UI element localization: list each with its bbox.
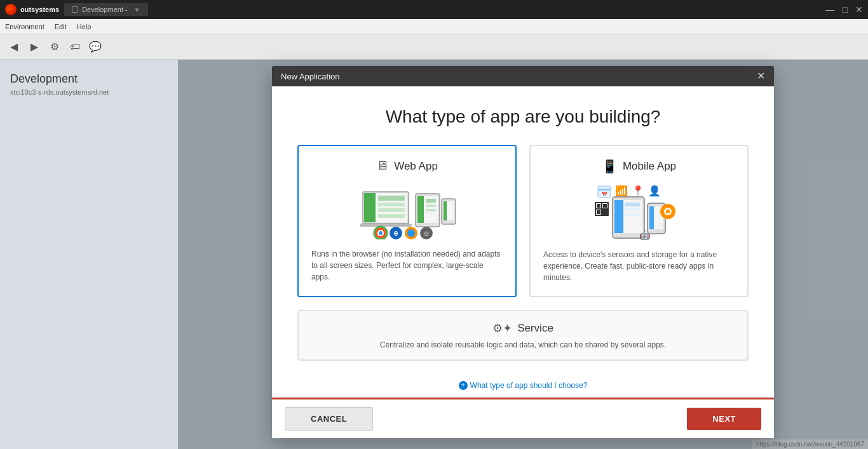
web-app-description: Runs in the browser (no installation nee… [311, 248, 503, 283]
svg-rect-16 [444, 201, 447, 220]
svg-rect-4 [378, 203, 405, 206]
app-logo: outsystems [5, 4, 59, 15]
svg-text:📅: 📅 [601, 191, 607, 198]
mobile-app-title-row: 📱 Mobile App [543, 159, 735, 174]
svg-text:e: e [393, 229, 398, 238]
service-title: Service [517, 322, 553, 335]
svg-text:👤: 👤 [648, 185, 661, 197]
svg-rect-11 [426, 199, 436, 203]
modal-title: New Application [281, 72, 340, 81]
svg-rect-7 [360, 224, 412, 227]
svg-rect-45 [625, 213, 640, 216]
svg-point-20 [379, 231, 383, 235]
service-title-row: ⚙✦ Service [311, 321, 735, 335]
tab-label: Development - [82, 6, 128, 13]
svg-rect-13 [426, 209, 436, 211]
svg-rect-10 [417, 196, 424, 223]
mobile-app-description: Access to device's sensors and storage f… [543, 249, 735, 283]
svg-rect-43 [625, 203, 640, 206]
menu-environment[interactable]: Environment [5, 23, 44, 30]
svg-rect-37 [603, 204, 607, 208]
back-button[interactable]: ◀ [5, 38, 23, 56]
svg-rect-42 [614, 200, 623, 233]
svg-rect-3 [378, 196, 405, 201]
svg-text:📍: 📍 [632, 185, 644, 197]
logo-icon [5, 4, 17, 15]
minimize-button[interactable]: — [826, 4, 835, 15]
modal-close-button[interactable]: ✕ [757, 71, 765, 81]
web-app-card[interactable]: 🖥 Web App [297, 145, 517, 297]
chat-button[interactable]: 💬 [86, 38, 104, 56]
svg-point-52 [666, 210, 670, 213]
web-app-image: e ⊙ [311, 182, 503, 239]
menu-bar: Environment Edit Help [0, 19, 868, 34]
menu-help[interactable]: Help [77, 23, 92, 30]
app-name: outsystems [20, 6, 59, 13]
maximize-button[interactable]: □ [843, 4, 848, 15]
window-controls: — □ ✕ [826, 4, 863, 15]
settings-button[interactable]: ⚙ [46, 38, 64, 56]
app-type-cards: 🖥 Web App [297, 145, 749, 297]
title-bar: outsystems Development - ▼ — □ ✕ [0, 0, 868, 19]
content-area: New Application ✕ What type of app are y… [178, 60, 868, 449]
modal-header: New Application ✕ [272, 66, 774, 86]
web-app-icon: 🖥 [376, 159, 389, 173]
web-app-title: Web App [394, 160, 438, 173]
web-app-title-row: 🖥 Web App [311, 159, 503, 173]
mobile-app-image: 📅 📶 📍 👤 [543, 183, 735, 240]
svg-point-24 [407, 229, 415, 237]
svg-rect-6 [378, 214, 405, 218]
service-card[interactable]: ⚙✦ Service Centralize and isolate reusab… [297, 310, 749, 361]
svg-rect-35 [597, 204, 600, 208]
toolbar: ◀ ▶ ⚙ 🏷 💬 [0, 34, 868, 60]
modal-heading: What type of app are you building? [297, 107, 749, 127]
menu-edit[interactable]: Edit [55, 23, 67, 30]
svg-rect-2 [364, 193, 376, 222]
svg-text:📶: 📶 [615, 185, 628, 197]
window-tab[interactable]: Development - ▼ [64, 3, 147, 16]
modal-dialog: New Application ✕ What type of app are y… [272, 66, 774, 438]
mobile-app-title: Mobile App [623, 160, 676, 173]
mobile-app-card[interactable]: 📱 Mobile App 📅 [529, 145, 749, 297]
tab-icon [72, 6, 78, 13]
modal-footer: CANCEL NEXT [272, 398, 774, 438]
help-link-row: ? What type of app should I choose? [297, 373, 749, 398]
mobile-app-icon: 📱 [602, 159, 618, 174]
svg-rect-48 [649, 206, 654, 229]
cancel-button[interactable]: CANCEL [285, 407, 373, 431]
close-button[interactable]: ✕ [855, 4, 863, 15]
help-link-text: What type of app should I choose? [470, 381, 588, 390]
svg-text:⊙: ⊙ [424, 230, 429, 237]
bookmark-button[interactable]: 🏷 [66, 38, 84, 56]
svg-text:🤖: 🤖 [639, 230, 650, 240]
tab-arrow: ▼ [134, 6, 140, 13]
forward-button[interactable]: ▶ [25, 38, 43, 56]
help-link[interactable]: ? What type of app should I choose? [459, 381, 588, 390]
svg-rect-28 [598, 189, 611, 191]
svg-rect-44 [625, 208, 640, 211]
svg-rect-39 [597, 210, 600, 214]
help-icon: ? [459, 381, 468, 390]
next-button[interactable]: NEXT [687, 408, 761, 430]
sidebar-title: Development [10, 72, 168, 86]
modal-overlay: New Application ✕ What type of app are y… [178, 60, 868, 449]
service-icon: ⚙✦ [492, 321, 512, 335]
main-area: Development xtci10c3-s-rds.outsystemsrd.… [0, 60, 868, 449]
service-description: Centralize and isolate reusable logic an… [311, 340, 735, 349]
sidebar: Development xtci10c3-s-rds.outsystemsrd.… [0, 60, 178, 449]
svg-rect-12 [426, 204, 436, 207]
sidebar-subtitle: xtci10c3-s-rds.outsystemsrd.net [10, 88, 168, 96]
modal-body: What type of app are you building? 🖥 Web… [272, 86, 774, 398]
svg-rect-5 [378, 208, 405, 212]
